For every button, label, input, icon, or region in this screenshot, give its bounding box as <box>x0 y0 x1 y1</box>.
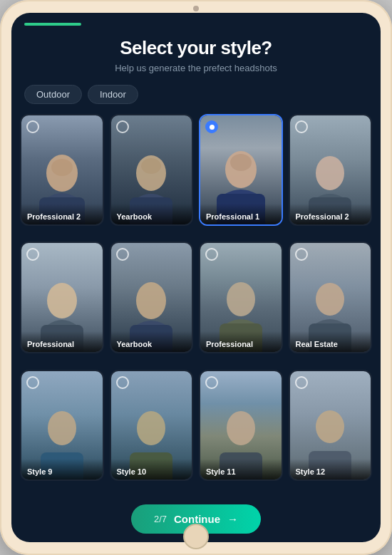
card-label-7: Professional <box>200 331 282 352</box>
title-section: Select your style? Help us generate the … <box>11 26 381 81</box>
style-card-10[interactable]: Style 10 <box>110 370 194 482</box>
radio-9 <box>26 376 39 389</box>
svg-point-15 <box>227 282 255 316</box>
svg-point-7 <box>230 154 252 171</box>
style-card-5[interactable]: Professional <box>20 242 104 353</box>
card-label-3: Professional 1 <box>200 204 282 224</box>
style-card-6[interactable]: Yearbook <box>110 242 194 353</box>
radio-4 <box>295 120 308 133</box>
radio-11 <box>205 376 218 389</box>
step-indicator: 2/7 <box>154 514 167 524</box>
svg-point-19 <box>48 411 76 445</box>
svg-point-4 <box>141 158 161 174</box>
filter-outdoor[interactable]: Outdoor <box>24 85 82 104</box>
page-title: Select your style? <box>26 37 366 59</box>
radio-1 <box>26 120 39 133</box>
home-button[interactable] <box>183 524 209 549</box>
camera <box>193 6 199 11</box>
svg-point-1 <box>51 159 73 176</box>
card-label-12: Style 12 <box>290 459 371 479</box>
style-card-1[interactable]: Professional 2 <box>20 114 104 226</box>
card-label-8: Real Estate <box>290 331 371 352</box>
radio-3 <box>205 120 218 133</box>
style-card-7[interactable]: Professional <box>199 242 283 353</box>
card-label-1: Professional 2 <box>21 204 103 224</box>
screen: Select your style? Help us generate the … <box>11 13 381 542</box>
radio-12 <box>295 376 308 389</box>
card-label-4: Professional 2 <box>290 204 371 224</box>
filter-indoor[interactable]: Indoor <box>88 85 138 104</box>
tablet-frame: Select your style? Help us generate the … <box>0 0 392 555</box>
style-card-4[interactable]: Professional 2 <box>289 114 373 226</box>
style-card-8[interactable]: Real Estate <box>289 242 373 353</box>
style-card-12[interactable]: Style 12 <box>289 370 373 482</box>
progress-container <box>11 13 381 26</box>
radio-8 <box>295 248 308 261</box>
page-subtitle: Help us generate the prefect headshots <box>26 63 366 73</box>
svg-point-17 <box>316 283 344 316</box>
radio-2 <box>116 120 129 133</box>
style-card-2[interactable]: Yearbook <box>110 114 194 226</box>
svg-point-13 <box>136 282 166 319</box>
svg-point-11 <box>47 283 77 318</box>
svg-point-23 <box>227 411 255 445</box>
styles-grid: Professional 2 Yearbook <box>11 108 381 497</box>
svg-point-21 <box>137 411 165 445</box>
style-card-11[interactable]: Style 11 <box>199 370 283 482</box>
svg-point-25 <box>316 410 344 443</box>
card-label-6: Yearbook <box>111 331 192 352</box>
card-label-5: Professional <box>21 331 103 352</box>
card-label-9: Style 9 <box>21 459 103 479</box>
style-card-9[interactable]: Style 9 <box>20 370 104 482</box>
arrow-icon: → <box>227 513 238 525</box>
card-label-11: Style 11 <box>200 459 282 479</box>
radio-6 <box>116 248 129 261</box>
style-card-3[interactable]: Professional 1 <box>199 114 283 226</box>
radio-10 <box>116 376 129 389</box>
card-label-10: Style 10 <box>111 459 192 479</box>
card-label-2: Yearbook <box>111 204 192 224</box>
filter-tabs: Outdoor Indoor <box>11 81 381 108</box>
svg-point-9 <box>316 156 344 190</box>
